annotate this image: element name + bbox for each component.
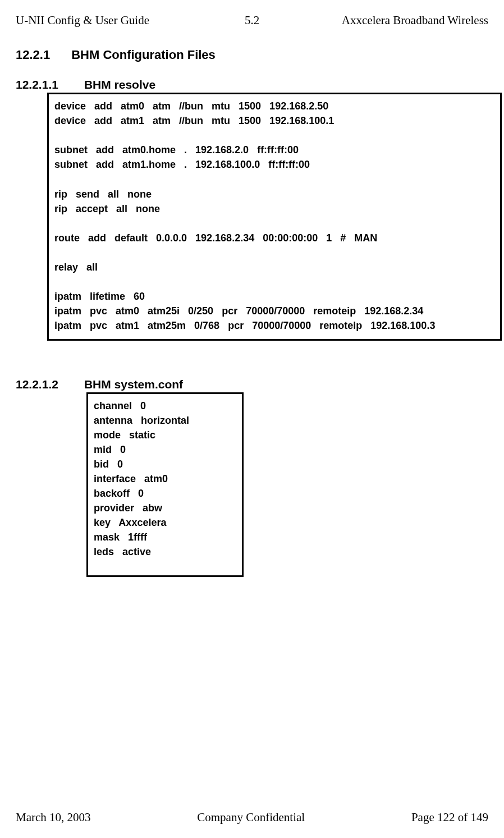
footer-date: March 10, 2003 bbox=[16, 810, 91, 825]
resolve-heading-title: BHM resolve bbox=[84, 78, 155, 91]
footer-confidential: Company Confidential bbox=[197, 810, 305, 825]
header-right: Axxcelera Broadband Wireless bbox=[342, 13, 488, 28]
page-header: U-NII Config & User Guide 5.2 Axxcelera … bbox=[16, 13, 488, 28]
systemconf-heading: 12.2.1.2BHM system.conf bbox=[16, 378, 488, 391]
section-number: 12.2.1 bbox=[16, 48, 50, 62]
resolve-heading: 12.2.1.1BHM resolve bbox=[16, 78, 488, 91]
systemconf-heading-number: 12.2.1.2 bbox=[16, 378, 58, 391]
resolve-config-box: device add atm0 atm //bun mtu 1500 192.1… bbox=[47, 93, 502, 341]
systemconf-config-box: channel 0 antenna horizontal mode static… bbox=[86, 392, 244, 577]
resolve-heading-number: 12.2.1.1 bbox=[16, 78, 58, 91]
footer-page-number: Page 122 of 149 bbox=[411, 810, 488, 825]
systemconf-heading-title: BHM system.conf bbox=[84, 378, 183, 391]
header-left: U-NII Config & User Guide bbox=[16, 13, 149, 28]
section-title: BHM Configuration Files bbox=[71, 48, 216, 62]
header-center: 5.2 bbox=[245, 13, 259, 28]
section-heading: 12.2.1BHM Configuration Files bbox=[16, 48, 488, 62]
page-footer: March 10, 2003 Company Confidential Page… bbox=[16, 810, 488, 825]
